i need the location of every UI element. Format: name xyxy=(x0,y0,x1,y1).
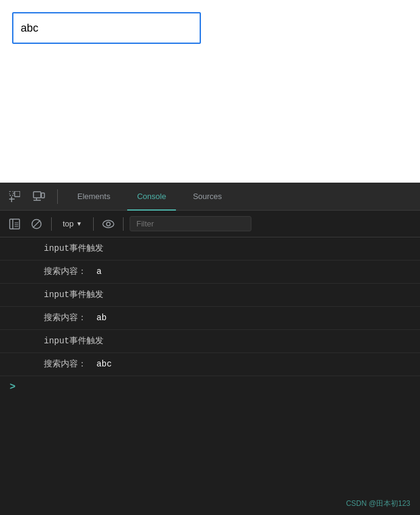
svg-point-15 xyxy=(103,220,114,228)
frame-selector[interactable]: top ▼ xyxy=(58,217,87,231)
sidebar-toggle-button[interactable] xyxy=(6,215,23,233)
inspect-icon[interactable] xyxy=(6,188,23,205)
console-toolbar: top ▼ xyxy=(0,211,420,237)
tab-sources[interactable]: Sources xyxy=(183,183,232,211)
tab-console[interactable]: Console xyxy=(127,183,176,211)
svg-rect-1 xyxy=(15,191,20,197)
browser-viewport xyxy=(0,0,420,183)
svg-rect-4 xyxy=(33,192,41,198)
toolbar-divider-3 xyxy=(123,217,124,231)
list-item: input事件触发 xyxy=(0,237,420,261)
devtools-header: Elements Console Sources xyxy=(0,183,420,211)
svg-rect-8 xyxy=(10,219,19,229)
list-item: 搜索内容： a xyxy=(0,261,420,284)
frame-selector-label: top xyxy=(63,219,74,228)
svg-rect-5 xyxy=(41,193,44,198)
console-prompt: > xyxy=(0,376,420,397)
svg-line-14 xyxy=(33,220,40,228)
list-item: input事件触发 xyxy=(0,330,420,353)
devtools-panel: Elements Console Sources xyxy=(0,183,420,515)
toolbar-divider xyxy=(51,217,52,231)
watermark: CSDN @田本初123 xyxy=(346,499,410,509)
header-divider xyxy=(57,189,58,204)
tab-elements[interactable]: Elements xyxy=(68,183,120,211)
list-item: input事件触发 xyxy=(0,284,420,307)
console-output: input事件触发 搜索内容： a input事件触发 搜索内容： ab inp… xyxy=(0,237,420,515)
device-toolbar-icon[interactable] xyxy=(30,188,47,205)
search-input[interactable] xyxy=(12,12,201,44)
prompt-arrow-icon: > xyxy=(10,381,15,392)
chevron-down-icon: ▼ xyxy=(76,220,82,227)
svg-rect-0 xyxy=(9,191,13,195)
list-item: 搜索内容： ab xyxy=(0,307,420,330)
eye-icon[interactable] xyxy=(100,215,117,233)
toolbar-divider-2 xyxy=(93,217,94,231)
clear-console-button[interactable] xyxy=(28,215,45,233)
console-filter-input[interactable] xyxy=(130,216,251,231)
svg-point-16 xyxy=(107,222,110,226)
list-item: 搜索内容： abc xyxy=(0,353,420,376)
